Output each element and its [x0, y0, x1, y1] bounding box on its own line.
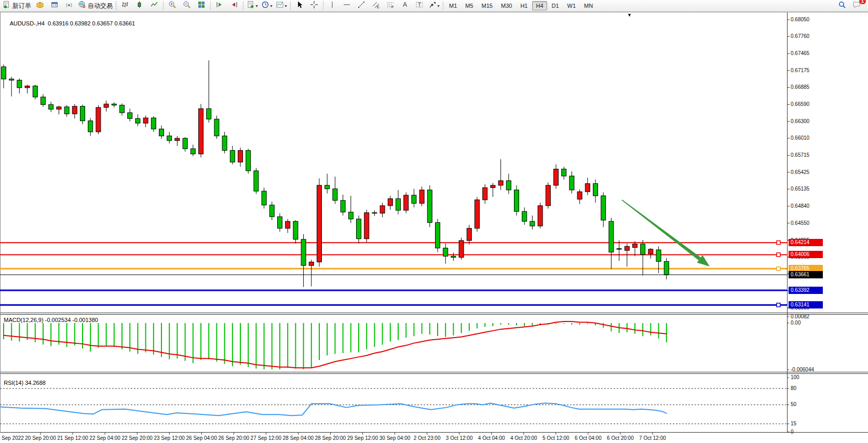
- candle: [475, 200, 480, 229]
- price-axis-label: 0.66885: [791, 84, 809, 90]
- candle: [120, 105, 125, 113]
- candle: [167, 136, 172, 141]
- candle: [459, 240, 464, 257]
- price-axis-label: 0.64550: [791, 220, 809, 226]
- time-axis-label: 7 Oct 12:00: [639, 435, 666, 441]
- candle: [286, 221, 290, 228]
- chart-title: AUDUSD-,H4 0.63916 0.63982 0.63657 0.636…: [4, 14, 135, 33]
- candle: [49, 104, 53, 109]
- candle: [522, 211, 527, 221]
- candle: [72, 106, 77, 114]
- candle: [396, 199, 401, 210]
- candle: [96, 108, 101, 132]
- scroll-to-end-marker[interactable]: ▼: [627, 12, 632, 18]
- candle: [175, 138, 180, 140]
- time-axis-label: 22 Sep 20:00: [121, 435, 153, 441]
- candle: [491, 185, 495, 187]
- price-axis-label: 0.67465: [791, 50, 809, 57]
- macd-axis-label: 0.00: [791, 320, 801, 326]
- symbol-title: AUDUSD-,H4: [10, 20, 45, 26]
- candle: [246, 151, 251, 171]
- candle: [230, 151, 235, 162]
- candle: [514, 190, 519, 211]
- candle: [143, 118, 148, 123]
- candle: [483, 187, 487, 199]
- candle: [301, 239, 306, 265]
- price-axis-label: 0.65715: [791, 152, 809, 158]
- candle: [664, 261, 669, 275]
- quote-values: 0.63916 0.63982 0.63657 0.63661: [48, 20, 135, 26]
- candle: [183, 138, 187, 149]
- candle: [278, 217, 282, 228]
- candle: [214, 119, 219, 136]
- candle: [530, 221, 535, 226]
- candle: [128, 113, 132, 118]
- candle: [419, 190, 424, 204]
- candle: [380, 206, 385, 213]
- candle: [207, 109, 211, 119]
- rsi-axis-label: 100: [791, 374, 799, 381]
- candle: [443, 248, 448, 257]
- candle: [159, 129, 164, 136]
- candle: [151, 118, 156, 129]
- price-axis-label: 0.66010: [791, 135, 809, 141]
- candle: [88, 121, 93, 132]
- trading-terminal-window: 新订单 自动交易: [0, 0, 868, 443]
- candle: [9, 79, 14, 80]
- candle: [641, 244, 645, 254]
- candle: [199, 109, 204, 154]
- candle: [562, 169, 566, 176]
- price-line-label: 0.64214: [789, 239, 823, 246]
- time-axis-label: 26 Sep 04:00: [186, 435, 218, 441]
- candle: [238, 151, 243, 162]
- macd-label: MACD(12,26,9) -0.002534 -0.001380: [0, 311, 98, 329]
- candle: [222, 136, 227, 151]
- price-axis-label: 0.66300: [791, 118, 809, 125]
- candle: [57, 107, 61, 109]
- time-axis-label: 4 Oct 04:00: [478, 435, 505, 441]
- time-axis[interactable]: Sep 202220 Sep 20:0021 Sep 12:0022 Sep 0…: [0, 433, 868, 443]
- candle: [593, 183, 598, 195]
- candle: [25, 86, 30, 88]
- candle: [427, 190, 432, 223]
- candle: [357, 219, 361, 239]
- candle: [348, 212, 353, 219]
- time-axis-label: 30 Sep 04:00: [379, 435, 411, 441]
- candle: [648, 249, 653, 254]
- candle: [506, 181, 511, 190]
- chart-canvas[interactable]: [0, 0, 868, 443]
- candle: [372, 212, 377, 213]
- rsi-label: RSI(14) 34.2688: [0, 373, 46, 392]
- time-axis-label: 3 Oct 12:00: [446, 435, 473, 441]
- candle: [569, 176, 574, 190]
- candle: [2, 67, 6, 79]
- price-line-label: 0.64006: [789, 251, 823, 258]
- candle: [104, 104, 108, 108]
- candle: [656, 250, 661, 261]
- time-axis-label: 20 Sep 20:00: [25, 435, 56, 441]
- rsi-axis-label: 80: [791, 385, 796, 392]
- candle: [364, 212, 369, 238]
- time-axis-label: 23 Sep 12:00: [154, 435, 185, 441]
- price-line-label: 0.63392: [789, 287, 823, 294]
- candle: [254, 171, 259, 191]
- candle: [17, 80, 22, 88]
- rsi-axis-label: 15: [791, 421, 796, 427]
- price-axis-label: 0.64840: [791, 203, 809, 209]
- time-axis-label: 27 Sep 12:00: [251, 435, 282, 441]
- price-axis-label: 0.66590: [791, 101, 809, 108]
- candle: [135, 118, 140, 123]
- price-axis-label: 0.67760: [791, 33, 809, 39]
- candle: [601, 196, 606, 220]
- candle: [309, 262, 314, 265]
- macd-values: -0.002534 -0.001380: [45, 317, 98, 323]
- candle: [41, 97, 46, 105]
- price-axis-label: 0.68050: [791, 17, 809, 23]
- macd-axis-label: 0.00082: [791, 314, 809, 320]
- time-axis-label: 26 Sep 20:00: [219, 435, 250, 441]
- time-axis-label: 6 Oct 20:00: [607, 435, 634, 441]
- candle: [625, 246, 629, 250]
- candle: [325, 185, 330, 189]
- candle: [585, 183, 590, 192]
- time-axis-label: Sep 2022: [2, 435, 24, 441]
